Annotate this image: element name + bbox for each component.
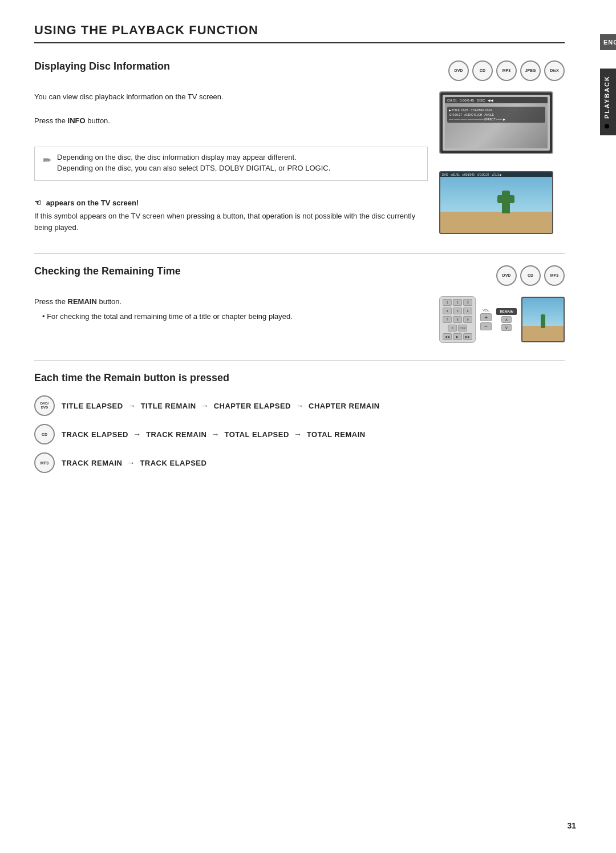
kp-btn-1: 1 (443, 299, 452, 306)
ground-bg (440, 212, 552, 233)
remain-screen (521, 297, 565, 342)
dvd-sequence-text: TITLE ELAPSED → TITLE REMAIN → CHAPTER E… (62, 401, 380, 410)
page-number: 31 (567, 821, 576, 830)
tuning-up-btn[interactable]: ∧ (501, 316, 512, 323)
checking-remote-image: 1 2 3 4 5 6 7 8 9 (439, 296, 565, 343)
cd-arrow-3: → (294, 430, 305, 439)
press-info-suffix: button. (86, 116, 110, 125)
dvd-sequence-row: DVD/DVD TITLE ELAPSED → TITLE REMAIN → C… (34, 395, 565, 416)
remote-keypad: 1 2 3 4 5 6 7 8 9 (439, 296, 476, 343)
note-line-1: Depending on the disc, the disc informat… (57, 153, 330, 161)
mp3-sequence-row: MP3 TRACK REMAIN → TRACK ELAPSED (34, 452, 565, 473)
side-dot (605, 124, 609, 128)
cactus-visual (502, 191, 510, 213)
remain-col: REMAIN ∧ ∨ (496, 308, 517, 331)
chapter-elapsed-label: CHAPTER ELAPSED (214, 402, 291, 410)
kp-btn-6: 6 (463, 308, 472, 314)
remain-ground (522, 326, 564, 341)
arrow-3: → (295, 401, 306, 410)
remote-screen-combo: 1 2 3 4 5 6 7 8 9 (439, 296, 565, 343)
track-remain-1-label: TRACK REMAIN (146, 430, 206, 439)
displaying-disc-section: You can view disc playback information o… (34, 91, 565, 236)
kp-row-2: 4 5 6 (442, 308, 473, 314)
cd-arrow-2: → (212, 430, 222, 439)
kp-btn-prev[interactable]: ◀◀ (443, 333, 452, 340)
vol-remain-ctrl: VOL + − REMAIN ∧ ∨ (480, 308, 517, 331)
appears-title: ☜ appears on the TV screen! (34, 198, 428, 207)
checking-disc-icons: DVD CD MP3 (496, 265, 565, 286)
playback-side-tab: PLAYBACK (600, 68, 616, 135)
note-line-2: Depending on the disc, you can also sele… (57, 164, 330, 172)
dvd-seq-icon: DVD/DVD (34, 395, 55, 416)
track-elapsed-1-label: TRACK ELAPSED (62, 430, 128, 439)
displaying-disc-title: Displaying Disc Information (34, 60, 170, 72)
mp3-icon: MP3 (496, 60, 517, 81)
cactus-screen: DVD ⊙01/01 ⊙001/040 ⏱0:00:27 🔊1/1 ▶ (439, 171, 553, 234)
remain-sequences-title: Each time the Remain button is pressed (34, 372, 565, 384)
cactus-screen-area: DVD ⊙01/01 ⊙001/040 ⏱0:00:27 🔊1/1 ▶ (439, 171, 565, 234)
language-tab: ENG (600, 34, 616, 50)
remain-sequences-section: Each time the Remain button is pressed D… (34, 372, 565, 473)
checking-remaining-header: Checking the Remaining Time DVD CD MP3 (34, 265, 565, 293)
press-info-label: Press the (34, 116, 68, 125)
screen-dvd-label: DVD (442, 173, 448, 176)
title-remain-label: TITLE REMAIN (141, 402, 196, 410)
screen-content-area: ▶ TITLE 01/01 CHAPTER 01/04 ⏱ 0:00:27 AU… (445, 103, 548, 148)
kp-row-4: 0 CLR (442, 325, 473, 332)
cd-sequence-text: TRACK ELAPSED → TRACK REMAIN → TOTAL ELA… (62, 430, 366, 439)
mp3-arrow-1: → (127, 458, 138, 467)
dvd-icon: DVD (448, 60, 469, 81)
total-remain-label: TOTAL REMAIN (307, 430, 366, 439)
remain-section-divider (34, 360, 565, 361)
displaying-disc-images: CH 01 0:00/0:45 DISC ◀◀ ▶ TITLE 01/01 CH… (439, 91, 565, 234)
total-elapsed-label: TOTAL ELAPSED (224, 430, 289, 439)
checking-remaining-section: Checking the Remaining Time DVD CD MP3 P… (34, 265, 565, 343)
kp-btn-clr: CLR (458, 325, 467, 332)
kp-row-3: 7 8 9 (442, 316, 473, 323)
info-screen-outer: CH 01 0:00/0:45 DISC ◀◀ ▶ TITLE 01/01 CH… (439, 91, 553, 154)
remain-cactus (541, 314, 545, 328)
sky-bg (440, 172, 552, 212)
vol-remain-area: VOL + − REMAIN ∧ ∨ (480, 308, 517, 331)
remain-button[interactable]: REMAIN (496, 308, 517, 315)
remain-bullet: • For checking the total and remaining t… (42, 311, 428, 322)
vol-column: VOL + − (480, 309, 492, 330)
cd-sequence-row: CD TRACK ELAPSED → TRACK REMAIN → TOTAL … (34, 424, 565, 444)
disc-info-body: You can view disc playback information o… (34, 91, 428, 103)
kp-btn-5: 5 (453, 308, 462, 314)
cd-seq-icon-label: CD (42, 432, 47, 436)
kp-btn-next[interactable]: ▶▶ (463, 333, 472, 340)
checking-dvd-icon: DVD (496, 265, 517, 286)
note-box: ✏ Depending on the disc, the disc inform… (34, 147, 428, 181)
vol-down-btn[interactable]: − (480, 322, 492, 330)
arrow-1: → (128, 401, 139, 410)
cd-seq-icon: CD (34, 424, 55, 444)
kp-btn-2: 2 (453, 299, 462, 306)
cd-arrow-1: → (133, 430, 144, 439)
tuning-col: ∧ ∨ (501, 316, 512, 331)
checking-cd-icon: CD (520, 265, 541, 286)
kp-btn-play[interactable]: ▶ (453, 333, 462, 340)
appears-body: If this symbol appears on the TV screen … (34, 211, 428, 233)
screen-chapter-info: ⊙001/040 (462, 173, 475, 176)
info-screen-mockup: CH 01 0:00/0:45 DISC ◀◀ ▶ TITLE 01/01 CH… (439, 91, 565, 154)
title-elapsed-label: TITLE ELAPSED (62, 402, 123, 410)
kp-btn-0: 0 (448, 325, 457, 332)
info-overlay: ▶ TITLE 01/01 CHAPTER 01/04 ⏱ 0:00:27 AU… (447, 107, 545, 123)
screen-title-info: ⊙01/01 (451, 173, 460, 176)
vol-up-btn[interactable]: + (480, 313, 492, 321)
kp-btn-3: 3 (463, 299, 472, 306)
screen-info-bar: DVD ⊙01/01 ⊙001/040 ⏱0:00:27 🔊1/1 ▶ (440, 172, 552, 177)
side-tab-label: PLAYBACK (603, 75, 610, 119)
checking-mp3-icon: MP3 (544, 265, 565, 286)
screen-audio-info: 🔊1/1 ▶ (492, 173, 502, 176)
mp3-seq-icon: MP3 (34, 452, 55, 473)
dvd-disc-icons-row: DVD CD MP3 JPEG DivX (448, 60, 565, 81)
screen-time-info: ⏱0:00:27 (477, 173, 489, 176)
kp-btn-4: 4 (443, 308, 452, 314)
press-info-text: Press the INFO button. (34, 115, 428, 127)
screen-bar-text: CH 01 0:00/0:45 DISC ◀◀ (447, 98, 493, 102)
cd-icon: CD (472, 60, 493, 81)
track-elapsed-mp3-label: TRACK ELAPSED (140, 459, 206, 467)
tuning-down-btn[interactable]: ∨ (501, 324, 512, 331)
